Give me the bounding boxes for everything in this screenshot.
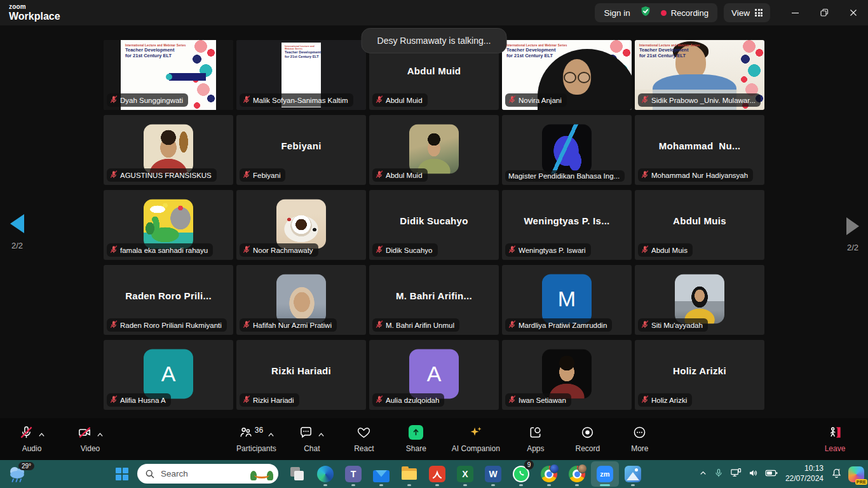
taskbar-app-photos[interactable]: [619, 461, 647, 487]
participant-tile[interactable]: Iwan Setiawan: [502, 340, 632, 410]
participant-name-text: Magister Pendidikan Bahasa Ing...: [508, 172, 620, 180]
toolbar-react-button[interactable]: React: [348, 425, 381, 453]
toolbar-participants-button[interactable]: 36Participants: [236, 425, 276, 453]
chevron-up-icon[interactable]: [268, 428, 275, 440]
slide-title-text: International Lecture and Webinar Series…: [639, 44, 700, 59]
security-shield-icon[interactable]: [639, 5, 652, 20]
toolbar-ai-companion-button[interactable]: AI Companion: [452, 425, 500, 453]
weather-widget[interactable]: 29°: [6, 464, 32, 484]
participant-display-name: Mohammad Nu...: [635, 115, 764, 176]
view-button[interactable]: View: [724, 3, 770, 22]
mic-muted-icon: [376, 170, 383, 180]
participant-tile[interactable]: AAulia dzulqoidah: [369, 340, 499, 410]
next-page-arrow-icon[interactable]: [846, 217, 859, 235]
participant-tile[interactable]: Hafifah Nur Azmi Pratiwi: [236, 265, 366, 335]
windows-taskbar: 29° Search TXW9zm: [0, 460, 868, 488]
notification-bell-icon[interactable]: z: [831, 467, 843, 482]
slide-line-2: for 21st Century ELT: [639, 53, 700, 58]
microphone-in-use-icon[interactable]: [714, 468, 724, 481]
hidden-icons-chevron-icon[interactable]: [698, 468, 708, 480]
participant-name-text: Abdul Muid: [386, 97, 423, 104]
restore-button[interactable]: [810, 0, 839, 25]
toolbar-apps-button[interactable]: Apps: [519, 425, 552, 453]
leave-icon: [828, 425, 843, 442]
toolbar-share-label: Share: [406, 444, 426, 453]
toolbar-leave-button[interactable]: Leave: [818, 425, 851, 453]
recording-indicator[interactable]: Recording: [661, 8, 709, 18]
taskbar-app-chrome-profile-1[interactable]: [535, 461, 563, 487]
previous-page-arrow-icon[interactable]: [10, 214, 24, 233]
chevron-up-icon[interactable]: [38, 428, 45, 440]
profile-badge: [550, 464, 559, 473]
recording-label: Recording: [671, 8, 709, 18]
cast-display-icon[interactable]: [729, 467, 742, 481]
participant-tile[interactable]: Rizki HariadiRizki Hariadi: [236, 340, 366, 410]
taskbar-app-zoom[interactable]: zm: [591, 461, 619, 487]
participant-tile[interactable]: famala eka sanhadi rahayu: [104, 190, 233, 260]
participant-name-label: Novira Anjani: [505, 93, 567, 107]
participants-count-badge: 36: [255, 426, 263, 435]
toolbar-more-button[interactable]: More: [623, 425, 656, 453]
toolbar-share-button[interactable]: Share: [400, 425, 433, 453]
chevron-up-icon[interactable]: [318, 428, 325, 440]
running-app-indicator: [575, 484, 579, 486]
participant-tile[interactable]: Siti Mu'ayyadah: [635, 265, 764, 335]
mic-muted-icon: [243, 320, 250, 330]
toolbar-video-button[interactable]: Video: [74, 425, 107, 453]
taskbar-app-acrobat[interactable]: [423, 461, 451, 487]
participant-tile[interactable]: Abdul MuisAbdul Muis: [635, 190, 764, 260]
participant-name-text: Holiz Arizki: [651, 396, 687, 404]
participant-tile[interactable]: International Lecture and Webinar Series…: [635, 40, 764, 110]
taskbar-app-task-view[interactable]: [283, 461, 311, 487]
toolbar-react-label: React: [354, 444, 374, 453]
participant-tile[interactable]: Weningtyas P. Is...Weningtyas P. Iswari: [502, 190, 632, 260]
photos-icon: [625, 466, 641, 482]
taskbar-app-file-explorer[interactable]: [395, 461, 423, 487]
participant-name-label: Weningtyas P. Iswari: [505, 243, 591, 257]
taskbar-app-word[interactable]: W: [479, 461, 507, 487]
participant-tile[interactable]: International Lecture and Webinar Series…: [236, 40, 366, 110]
participant-tile[interactable]: International Lecture and Webinar Series…: [502, 40, 632, 110]
participant-name-label: Abdul Muid: [372, 93, 428, 107]
participant-tile[interactable]: MMardliya Pratiwi Zamruddin: [502, 265, 632, 335]
start-button[interactable]: [116, 468, 128, 480]
participant-tile[interactable]: Magister Pendidikan Bahasa Ing...: [502, 115, 632, 185]
taskbar-app-whatsapp[interactable]: 9: [507, 461, 535, 487]
taskbar-clock[interactable]: 10:13 22/07/2024: [785, 464, 824, 484]
battery-icon[interactable]: [765, 468, 778, 480]
toolbar-record-button[interactable]: Record: [571, 425, 604, 453]
participant-tile[interactable]: FebiyaniFebiyani: [236, 115, 366, 185]
taskbar-app-mail[interactable]: [367, 461, 395, 487]
participant-tile[interactable]: International Lecture and Webinar Series…: [104, 40, 233, 110]
toolbar-audio-button[interactable]: Audio: [15, 425, 48, 453]
participant-name-text: Hafifah Nur Azmi Pratiwi: [253, 322, 332, 329]
participant-tile[interactable]: M. Bahri Arifin...M. Bahri Arifin Unmul: [369, 265, 499, 335]
chevron-up-icon[interactable]: [97, 428, 104, 440]
people-icon: [238, 425, 253, 442]
taskbar-search[interactable]: Search: [137, 464, 278, 484]
close-button[interactable]: [839, 0, 868, 25]
participant-tile[interactable]: Abdul Muid: [369, 115, 499, 185]
participant-tile[interactable]: Didik SucahyoDidik Sucahyo: [369, 190, 499, 260]
taskbar-app-excel[interactable]: X: [451, 461, 479, 487]
participant-tile[interactable]: Raden Roro Prili...Raden Roro Priliani R…: [104, 265, 233, 335]
participant-tile[interactable]: Holiz ArizkiHoliz Arizki: [635, 340, 764, 410]
participant-name-text: Noor Rachmawaty: [253, 247, 313, 254]
taskbar-app-chrome-profile-2[interactable]: [563, 461, 591, 487]
participant-tile[interactable]: AGUSTINUS FRANSISKUS: [104, 115, 233, 185]
taskbar-app-teams[interactable]: T: [339, 461, 367, 487]
slide-line-1: Teacher Development: [125, 47, 186, 53]
copilot-icon[interactable]: PRE: [848, 466, 864, 482]
participant-name-text: Dyah Sunggingwati: [120, 97, 183, 104]
participant-tile[interactable]: Noor Rachmawaty: [236, 190, 366, 260]
participant-tile[interactable]: Mohammad Nu...Mohammad Nur Hadiyansyah: [635, 115, 764, 185]
sign-in-button[interactable]: Sign in: [604, 8, 630, 18]
participant-avatar: [542, 124, 592, 173]
volume-icon[interactable]: [748, 468, 759, 481]
minimize-button[interactable]: [780, 0, 810, 25]
glasses-icon: [564, 72, 576, 83]
mic-muted-icon: [641, 395, 649, 405]
taskbar-app-edge[interactable]: [311, 461, 339, 487]
toolbar-chat-button[interactable]: Chat: [295, 425, 329, 453]
participant-tile[interactable]: AAlifia Husna A: [104, 340, 233, 410]
